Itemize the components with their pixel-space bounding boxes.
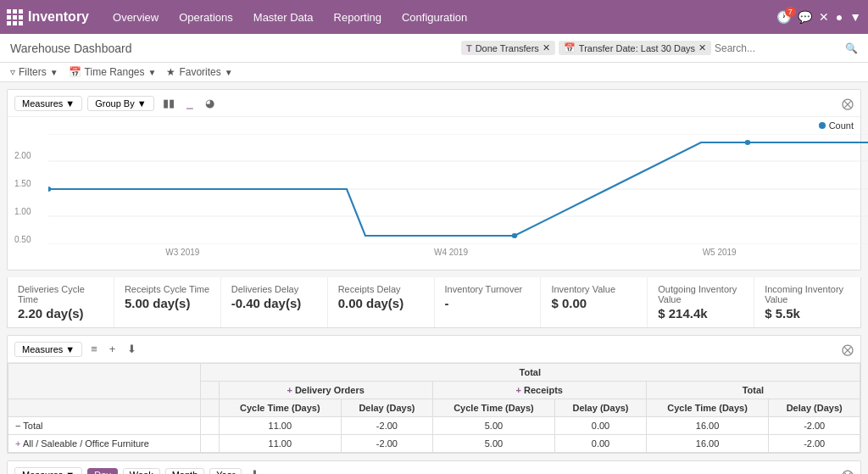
kpi-receipts-cycle-value: 5.00 day(s) [125,296,210,310]
pivot-th-total: Total [200,364,860,382]
pivot-th-label [8,399,201,417]
app-logo[interactable]: Inventory [7,9,89,25]
tag-transfer-date-label: Transfer Date: Last 30 Days [579,43,695,53]
kpi-outgoing-inventory-value: $ 214.4k [658,306,743,321]
bar-chart-icon[interactable]: ▮▮ [159,95,178,111]
favorites-btn[interactable]: ★ Favorites ▼ [166,66,232,78]
kpi-deliveries-delay-label: Deliveries Delay [231,284,317,294]
nav-overview[interactable]: Overview [103,0,169,34]
kpi-incoming-inventory-label: Incoming Inventory Value [765,284,850,304]
search-input[interactable] [715,42,842,54]
kpi-deliveries-cycle-value: 2.20 day(s) [18,306,103,321]
expand-transfer-btn[interactable]: ⨂ [842,468,854,475]
kpi-deliveries-cycle: Deliveries Cycle Time 2.20 day(s) [8,277,114,327]
topnav-right: 🕐 7 💬 ✕ ● ▼ [776,10,861,24]
month-btn[interactable]: Month [165,468,205,475]
line-chart [48,134,868,244]
nav-master-data[interactable]: Master Data [243,0,324,34]
pivot-row-furniture-label: + All / Saleable / Office Furniture [8,435,201,453]
nav-reporting[interactable]: Reporting [324,0,392,34]
pivot-download-icon[interactable]: ⬇ [124,341,140,357]
filters-label: Filters [19,66,47,78]
pivot-cell-16b: 16.00 [646,435,769,453]
pivot-cell-empty2 [200,435,219,453]
star-icon: ★ [166,66,175,78]
tag-transfer-date[interactable]: 📅 Transfer Date: Last 30 Days ✕ [559,41,711,55]
pivot-cell-11: 11.00 [219,417,342,435]
tag-done-transfers[interactable]: T Done Transfers ✕ [461,41,555,55]
chat-icon[interactable]: 💬 [798,10,812,24]
y-label-200: 2.00 [14,151,31,160]
x-label-w3: W3 2019 [165,248,199,257]
user-icon[interactable]: ● [836,10,843,24]
kpi-incoming-inventory: Incoming Inventory Value $ 5.5k [754,277,860,327]
clock-badge: 7 [785,7,796,17]
time-ranges-btn[interactable]: 📅 Time Ranges ▼ [69,66,157,78]
expand-pivot-btn[interactable]: ⨂ [842,343,854,356]
kpi-receipts-delay-value: 0.00 day(s) [338,296,424,310]
expand-chart-btn[interactable]: ⨂ [842,97,854,110]
pivot-cell-0b: 0.00 [555,435,647,453]
kpi-inventory-value-value: $ 0.00 [551,296,637,310]
pivot-measures-btn[interactable]: Measures ▼ [14,342,82,357]
pivot-th-delivery-delay: Delay (Days) [342,399,433,417]
pivot-cell-0: 0.00 [555,417,647,435]
pivot-add-icon[interactable]: + [106,341,120,357]
filter-icon: ▿ [10,66,15,78]
y-axis: 2.00 1.50 1.00 0.50 [14,151,31,244]
kpi-deliveries-delay-value: -0.40 day(s) [231,296,317,310]
time-icon: 📅 [69,66,81,78]
pivot-cell-empty [200,417,219,435]
filter-bar: ▿ Filters ▼ 📅 Time Ranges ▼ ★ Favorites … [0,63,868,82]
favorites-label: Favorites [179,66,220,78]
pivot-row-furniture: + All / Saleable / Office Furniture 11.0… [8,435,860,453]
filters-btn[interactable]: ▿ Filters ▼ [10,66,58,78]
pivot-th-delivery-cycle: Cycle Time (Days) [219,399,342,417]
week-btn[interactable]: Week [123,468,160,475]
favorites-arrow: ▼ [225,68,233,77]
line-chart-icon[interactable]: ⎯ [183,95,197,111]
search-button[interactable]: 🔍 [845,42,858,54]
grid-icon [7,9,23,25]
x-label-w5: W5 2019 [703,248,737,257]
transfer-measures-btn[interactable]: Measures ▼ [14,467,82,475]
tag-done-transfers-close[interactable]: ✕ [542,42,550,53]
y-label-100: 1.00 [14,207,31,216]
kpi-receipts-delay: Receipts Delay 0.00 day(s) [328,277,435,327]
pivot-cell-neg2d: -2.00 [769,435,860,453]
nav-operations[interactable]: Operations [169,0,243,34]
nav-configuration[interactable]: Configuration [392,0,477,34]
pie-chart-icon[interactable]: ◕ [202,95,218,111]
pivot-measures-label: Measures [22,344,63,354]
y-label-150: 1.50 [14,179,31,188]
pivot-row-total-label: − Total [8,417,201,435]
page-title: Warehouse Dashboard [10,42,131,55]
pivot-cell-neg2: -2.00 [342,417,433,435]
pivot-th-receipts-cycle: Cycle Time (Days) [432,399,555,417]
calendar-icon: 📅 [564,42,576,53]
pivot-th-receipts: + Receipts [432,382,646,399]
chevron-down-icon[interactable]: ▼ [849,10,861,24]
kpi-deliveries-delay: Deliveries Delay -0.40 day(s) [221,277,328,327]
svg-point-7 [745,140,751,145]
kpi-outgoing-inventory-label: Outgoing Inventory Value [658,284,743,304]
app-title: Inventory [28,9,89,25]
group-by-btn[interactable]: Group By ▼ [87,96,153,111]
transfer-download-icon[interactable]: ⬇ [247,466,263,474]
kpi-receipts-delay-label: Receipts Delay [338,284,424,294]
measures-btn[interactable]: Measures ▼ [14,96,82,111]
chart-section: Measures ▼ Group By ▼ ▮▮ ⎯ ◕ ⨂ Count 2.0… [7,89,861,270]
svg-point-5 [48,187,51,192]
kpi-row: Deliveries Cycle Time 2.20 day(s) Receip… [7,277,861,328]
tag-transfer-date-close[interactable]: ✕ [698,42,706,53]
pivot-table: Total + Delivery Orders + Receipts Total [8,363,860,453]
day-btn[interactable]: Day [87,468,118,475]
close-icon[interactable]: ✕ [819,10,829,24]
list-icon[interactable]: ≡ [87,341,101,357]
time-ranges-arrow: ▼ [148,68,157,77]
pivot-th-total-cycle: Cycle Time (Days) [646,399,769,417]
year-btn[interactable]: Year [209,468,242,475]
clock-icon[interactable]: 🕐 7 [776,10,791,24]
main-nav: Overview Operations Master Data Reportin… [103,0,776,34]
pivot-cell-5b: 5.00 [432,435,555,453]
